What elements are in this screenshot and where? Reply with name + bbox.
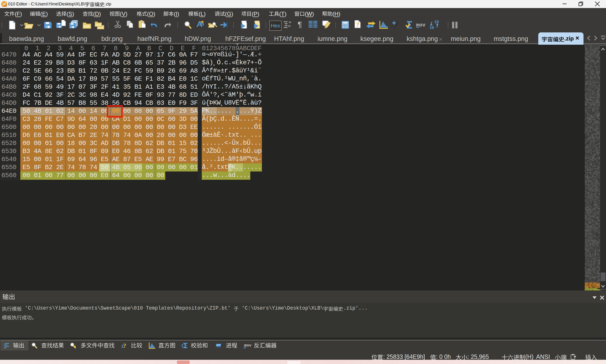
svg-text:10: 10 bbox=[434, 20, 439, 24]
svg-text:?: ? bbox=[356, 21, 359, 28]
svg-text:mov: mov bbox=[416, 22, 426, 28]
svg-text:16: 16 bbox=[429, 25, 434, 29]
